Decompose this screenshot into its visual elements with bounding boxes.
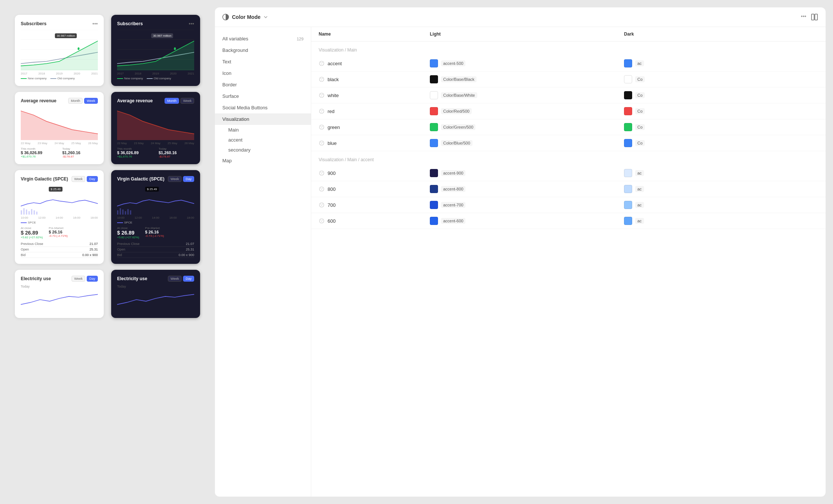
svg-point-37 bbox=[321, 78, 321, 79]
avg-revenue-dark-stats: This month $ 36,026.89 +$1,670.76 Today … bbox=[117, 147, 194, 158]
subscribers-light-bubble: 30.987 million bbox=[55, 33, 77, 38]
svg-point-69 bbox=[321, 220, 321, 220]
today-value: $1,260.16 bbox=[62, 150, 98, 155]
dark-column: Subscribers ••• 30.987 million bbox=[111, 15, 200, 489]
avg-revenue-month-btn[interactable]: Month bbox=[68, 98, 83, 104]
600-dark-swatch bbox=[624, 217, 632, 225]
subscribers-light-menu[interactable]: ••• bbox=[92, 21, 98, 27]
color-row-900: 900 accent-900 ac bbox=[311, 165, 826, 181]
svg-point-61 bbox=[321, 188, 321, 189]
dark-premarket-label: Pre-Market bbox=[145, 226, 164, 230]
svg-point-53 bbox=[321, 142, 321, 143]
dark-open-row: Open25.31 bbox=[117, 247, 194, 252]
sidebar-surface[interactable]: Surface bbox=[215, 90, 311, 102]
red-dark-token: Co bbox=[635, 108, 645, 114]
sidebar-viz-accent[interactable]: accent bbox=[215, 135, 311, 145]
sidebar-map[interactable]: Map bbox=[215, 155, 311, 166]
avg-revenue-week-btn[interactable]: Week bbox=[84, 98, 98, 104]
bid-row: Bid0.00 x 900 bbox=[21, 252, 98, 258]
black-dark-token: Co bbox=[635, 76, 645, 82]
stock-dark-day-btn[interactable]: Day bbox=[183, 176, 194, 182]
svg-point-21 bbox=[174, 47, 176, 50]
this-month-label: This month bbox=[21, 147, 56, 150]
dark-premarket-value: $ 26.16 bbox=[145, 230, 164, 234]
section-main-heading: Visualization / Main bbox=[311, 42, 826, 56]
avg-revenue-light-card: Average revenue Month Week 22 May23 May2… bbox=[15, 92, 104, 164]
green-dark-token: Co bbox=[635, 124, 645, 130]
sidebar-background[interactable]: Background bbox=[215, 44, 311, 56]
color-mode-title-group: Color Mode bbox=[222, 14, 268, 20]
electricity-dark-card: Electricity use Week Day Today bbox=[111, 270, 200, 318]
svg-rect-30 bbox=[812, 14, 814, 20]
dark-close-label: At close bbox=[117, 226, 139, 230]
elec-dark-day-btn[interactable]: Day bbox=[183, 276, 194, 282]
electricity-light-title: Electricity use bbox=[21, 276, 51, 281]
white-dark-swatch bbox=[624, 91, 632, 99]
electricity-light-card: Electricity use Week Day Today bbox=[15, 270, 104, 318]
600-light-token: accent-600 bbox=[441, 218, 465, 224]
stock-dark-title: Virgin Galactic (SPCE) bbox=[117, 176, 165, 182]
svg-rect-26 bbox=[125, 211, 126, 215]
avg-revenue-dark-xlabels: 22 May23 May24 May25 May26 May bbox=[117, 142, 194, 145]
800-name: 800 bbox=[328, 186, 336, 192]
color-row-blue: blue Color/Blue/500 Co bbox=[311, 135, 826, 151]
sidebar-social-media[interactable]: Social Media Buttons bbox=[215, 102, 311, 113]
sidebar-viz-secondary[interactable]: secondary bbox=[215, 145, 311, 155]
black-dark-swatch bbox=[624, 75, 632, 83]
subscribers-dark-xlabels: 20172018201920202021 bbox=[117, 72, 194, 75]
svg-rect-11 bbox=[29, 211, 30, 215]
header-more-icon[interactable]: ••• bbox=[801, 13, 806, 21]
700-light-swatch bbox=[430, 201, 438, 209]
color-table-content: Name Light Dark Visualization / Main acc… bbox=[311, 27, 826, 497]
sidebar-all-variables[interactable]: All variables 129 bbox=[215, 33, 311, 44]
900-light-token: accent-900 bbox=[441, 170, 465, 176]
avg-rev-dark-month-btn[interactable]: Month bbox=[165, 98, 179, 104]
white-light-token: Color/Base/White bbox=[441, 92, 477, 98]
sidebar-border[interactable]: Border bbox=[215, 79, 311, 90]
table-header: Name Light Dark bbox=[311, 27, 826, 42]
svg-point-67 bbox=[321, 205, 322, 206]
chevron-down-icon bbox=[263, 15, 268, 19]
svg-point-59 bbox=[321, 173, 322, 174]
today-label: Today bbox=[62, 147, 98, 150]
subscribers-dark-legend: New company Old company bbox=[117, 77, 194, 80]
elec-week-btn[interactable]: Week bbox=[72, 276, 85, 282]
green-name: green bbox=[328, 125, 340, 130]
header-icons-group: ••• bbox=[801, 13, 818, 21]
elec-dark-week-btn[interactable]: Week bbox=[168, 276, 182, 282]
stock-dark-week-btn[interactable]: Week bbox=[168, 176, 182, 182]
black-name: black bbox=[328, 77, 339, 82]
elec-day-btn[interactable]: Day bbox=[87, 276, 98, 282]
subscribers-dark-menu[interactable]: ••• bbox=[189, 21, 194, 27]
stock-day-btn[interactable]: Day bbox=[87, 176, 98, 182]
open-row: Open25.31 bbox=[21, 247, 98, 252]
avg-revenue-dark-chart bbox=[117, 107, 194, 140]
accent-name: accent bbox=[328, 61, 342, 66]
electricity-dark-today-label: Today bbox=[117, 285, 194, 288]
svg-point-64 bbox=[319, 203, 324, 207]
accent-dark-token: ac bbox=[635, 60, 644, 66]
avg-revenue-light-xlabels: 22 May23 May24 May25 May26 May bbox=[21, 142, 98, 145]
palette-icon-black bbox=[319, 76, 325, 82]
close-change: +5.82 (+27.62%) bbox=[21, 236, 43, 239]
600-dark-token: ac bbox=[635, 218, 644, 224]
sidebar-viz-main[interactable]: Main bbox=[215, 125, 311, 135]
svg-rect-9 bbox=[23, 208, 24, 215]
sidebar-text[interactable]: Text bbox=[215, 56, 311, 67]
svg-point-62 bbox=[322, 188, 323, 189]
electricity-dark-title: Electricity use bbox=[117, 276, 147, 281]
avg-rev-dark-week-btn[interactable]: Week bbox=[180, 98, 194, 104]
layout-icon[interactable] bbox=[811, 13, 818, 21]
blue-dark-swatch bbox=[624, 139, 632, 147]
svg-point-51 bbox=[321, 127, 322, 128]
sidebar-visualization[interactable]: Visualization bbox=[215, 113, 311, 125]
subscribers-light-xlabels: 20172018201920202021 bbox=[21, 72, 98, 75]
premarket-label: Pre-Market bbox=[49, 226, 68, 230]
stock-week-btn[interactable]: Week bbox=[72, 176, 85, 182]
svg-point-32 bbox=[319, 61, 324, 66]
subscribers-light-legend: New company Old company bbox=[21, 77, 98, 80]
stock-dark-chart: $ 25.49 bbox=[117, 185, 194, 215]
sidebar-icon[interactable]: Icon bbox=[215, 67, 311, 79]
color-row-600: 600 accent-600 ac bbox=[311, 213, 826, 229]
white-name: white bbox=[328, 93, 339, 98]
